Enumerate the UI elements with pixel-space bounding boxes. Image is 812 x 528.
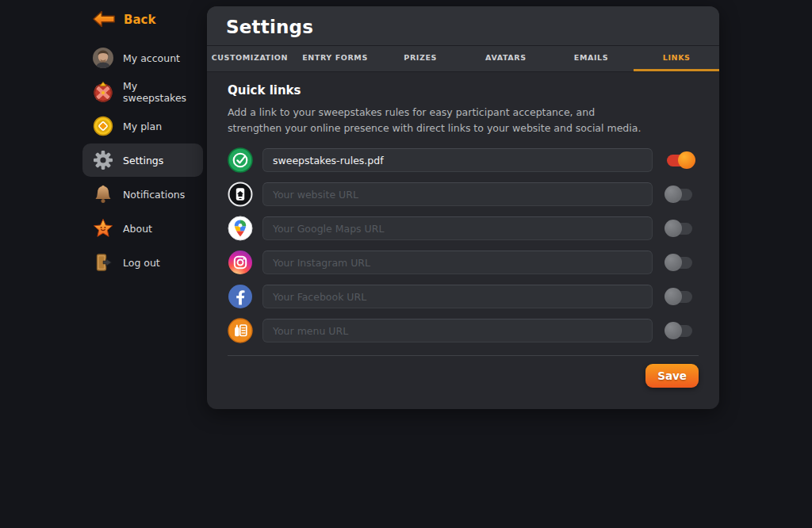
bell-icon <box>93 184 113 205</box>
logout-door-icon <box>93 252 113 273</box>
section-heading: Quick links <box>228 83 699 98</box>
sidebar-item-settings[interactable]: Settings <box>82 143 203 177</box>
toggle-knob <box>678 151 695 169</box>
quick-links-section: Quick links Add a link to your sweepstak… <box>207 72 719 342</box>
link-row-menu <box>228 319 699 342</box>
toggle-knob <box>665 322 682 339</box>
google-maps-icon <box>228 216 253 241</box>
sidebar-item-my-account[interactable]: My account <box>82 41 203 75</box>
menu-url-input[interactable] <box>262 319 653 342</box>
panel-header: Settings <box>207 6 719 46</box>
tab-prizes[interactable]: PRIZES <box>377 46 463 71</box>
sidebar-item-about[interactable]: About <box>82 212 203 245</box>
tab-entry-forms[interactable]: ENTRY FORMS <box>293 46 378 71</box>
menu-toggle[interactable] <box>667 325 692 337</box>
link-row-facebook <box>228 285 699 308</box>
instagram-icon <box>228 250 253 275</box>
website-icon <box>228 182 253 207</box>
sidebar-item-label: My sweepstakes <box>123 80 193 104</box>
link-row-instagram <box>228 251 699 274</box>
sidebar-item-label: About <box>123 223 152 235</box>
sidebar-item-my-sweepstakes[interactable]: My sweepstakes <box>82 75 203 109</box>
page-title: Settings <box>226 17 700 37</box>
sidebar-item-label: My plan <box>123 121 162 132</box>
sidebar-item-notifications[interactable]: Notifications <box>82 178 203 211</box>
sidebar-item-label: Notifications <box>123 189 185 201</box>
back-arrow-icon <box>92 10 116 30</box>
section-description: Add a link to your sweepstakes rules for… <box>228 105 699 136</box>
link-row-google-maps <box>228 216 699 240</box>
facebook-toggle[interactable] <box>667 291 692 303</box>
link-row-website <box>228 182 699 206</box>
toggle-knob <box>665 220 682 237</box>
website-toggle[interactable] <box>667 189 692 201</box>
tab-emails[interactable]: EMAILS <box>549 46 634 71</box>
facebook-icon <box>228 284 253 309</box>
description-line: strengthen your online presence with dir… <box>228 121 699 136</box>
description-line: Add a link to your sweepstakes rules for… <box>228 105 699 121</box>
plan-badge-icon <box>93 116 113 136</box>
link-row-rules <box>228 148 699 172</box>
sidebar: Back My account <box>82 8 203 280</box>
user-avatar <box>93 48 113 68</box>
tab-customization[interactable]: CUSTOMIZATION <box>207 46 293 71</box>
check-circle-icon <box>228 147 253 173</box>
star-icon <box>93 218 113 239</box>
sweepstakes-rules-input[interactable] <box>262 148 653 172</box>
website-url-input[interactable] <box>262 182 653 206</box>
tab-links[interactable]: LINKS <box>634 46 719 71</box>
rules-toggle[interactable] <box>667 155 692 166</box>
instagram-url-input[interactable] <box>262 251 653 274</box>
toggle-knob <box>665 254 682 271</box>
instagram-toggle[interactable] <box>667 257 692 269</box>
toggle-knob <box>665 288 682 305</box>
sidebar-item-label: My account <box>123 52 180 64</box>
facebook-url-input[interactable] <box>262 285 653 308</box>
tab-avatars[interactable]: AVATARS <box>463 46 549 71</box>
sidebar-item-my-plan[interactable]: My plan <box>82 109 203 143</box>
sidebar-item-label: Log out <box>123 257 160 269</box>
back-label: Back <box>124 13 155 27</box>
toggle-knob <box>665 186 682 203</box>
prize-ball-icon <box>93 82 113 102</box>
panel-footer: Save <box>228 355 699 388</box>
settings-panel: Settings CUSTOMIZATION ENTRY FORMS PRIZE… <box>207 6 719 409</box>
google-maps-toggle[interactable] <box>667 223 692 235</box>
sidebar-item-log-out[interactable]: Log out <box>82 246 203 279</box>
menu-icon <box>228 318 253 343</box>
save-button[interactable]: Save <box>645 364 699 388</box>
google-maps-url-input[interactable] <box>262 216 653 240</box>
settings-tabbar: CUSTOMIZATION ENTRY FORMS PRIZES AVATARS… <box>207 46 719 72</box>
back-button[interactable]: Back <box>82 8 203 32</box>
gear-icon <box>93 150 113 170</box>
sidebar-item-label: Settings <box>123 155 163 166</box>
